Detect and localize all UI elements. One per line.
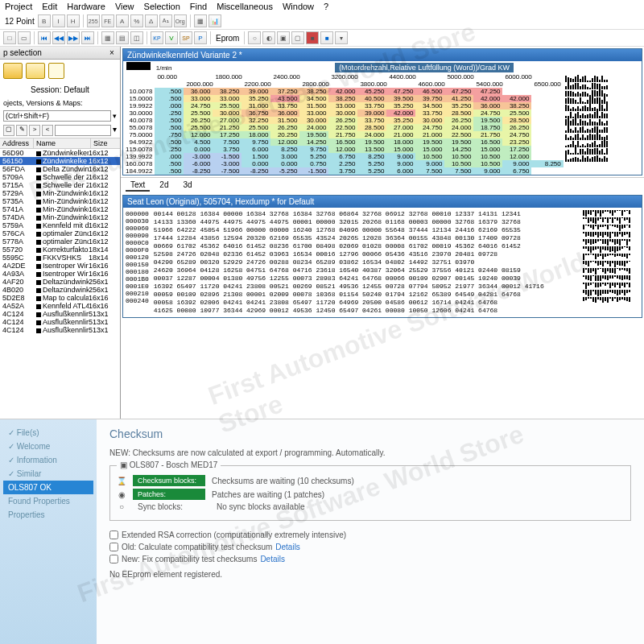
tree-row[interactable]: 56150Zündwinkelke16x12 [0,157,120,165]
tree-row[interactable]: 4A52AKennfeld ATL416x16 [0,302,120,310]
tb-c5[interactable]: ■ [306,31,319,44]
tb-kp[interactable]: KP [151,31,163,44]
tree-row[interactable]: 5595CFKKVSHKS18x14 [0,254,120,262]
panel-close[interactable]: × [107,48,117,57]
tree-row[interactable]: 574DAMin-Zündwinke16x12 [0,213,120,221]
details-link[interactable]: Details [260,555,285,564]
tb-c7[interactable]: ▾ [335,31,348,44]
tb-c4[interactable]: ▢ [291,31,304,44]
tb-next[interactable]: ▶▶ [67,31,80,44]
menu-miscellaneous[interactable]: Miscellaneous [217,2,273,11]
tb-h[interactable]: H [67,14,80,27]
folder-open-icon[interactable] [26,63,45,79]
maps-dropdown[interactable]: (Ctrl+Shift+F) [3,110,111,122]
tree-row[interactable]: 55720Korrekturfakto18x14 [0,246,120,254]
filter-arrow-icon[interactable]: ▾ [113,125,117,136]
tb-c2[interactable]: ◐ [262,31,275,44]
tree-row[interactable]: 4C124Ausflußkennlin513x1 [0,318,120,326]
menu-window[interactable]: Window [283,2,314,11]
tree-row[interactable]: 5709ASchwelle der Z16x12 [0,173,120,181]
tab-text[interactable]: Text [126,180,150,192]
tb-c6[interactable]: ■ [320,31,333,44]
tb-prev[interactable]: ◀◀ [52,31,65,44]
checkbox[interactable] [109,530,118,539]
checkbox[interactable] [109,543,118,551]
nav-file(s)[interactable]: ✓ File(s) [3,426,93,440]
tb-first[interactable]: ⏮ [38,31,51,44]
tb-chart[interactable]: 📊 [208,14,221,27]
checkbox[interactable] [109,555,118,564]
tree-header[interactable]: Address Name Size [0,138,120,149]
tree-row[interactable]: 576CAoptimaler Zünd16x12 [0,229,120,237]
menubar[interactable]: ProjectEditHardwareViewSelectionFindMisc… [0,0,644,13]
checkbox-row[interactable]: Extended RSA correction (computationally… [109,530,631,539]
tb-org[interactable]: Org [174,14,187,27]
tb-delta[interactable]: Δ [145,14,158,27]
folder-icon[interactable] [3,63,23,79]
eprom-label[interactable]: Eprom [216,34,239,43]
tb-p[interactable]: P [194,31,207,44]
nav-properties[interactable]: Properties [3,508,93,522]
filter-square[interactable]: ▢ [3,125,14,136]
tb-a1[interactable]: A₁ [159,14,172,27]
tb-v[interactable]: V [165,31,178,44]
tb-FE[interactable]: FE [101,14,114,27]
nav-found-properties[interactable]: Found Properties [3,494,93,508]
tab-2d[interactable]: 2d [155,180,173,192]
note-icon[interactable] [48,63,64,79]
menu-?[interactable]: ? [324,2,328,11]
filter-pencil[interactable]: ✎ [16,125,27,136]
tree-row[interactable]: 5715ASchwelle der Z16x12 [0,181,120,189]
tree-row[interactable]: 5D2E8Map to calculat16x16 [0,294,120,302]
tb-new[interactable]: □ [3,31,16,44]
tb-A[interactable]: A [116,14,129,27]
menu-project[interactable]: Project [5,2,32,11]
checkbox-row[interactable]: Old: Calculate compatibility test checks… [109,543,631,551]
tree-row[interactable]: 56D90Zündwinkelken16x12 [0,149,120,157]
menu-hardware[interactable]: Hardware [67,2,105,11]
tree-row[interactable]: 4A93AIsentroper Wirl16x16 [0,270,120,278]
nav-information[interactable]: ✓ Information [3,453,93,467]
menu-view[interactable]: View [115,2,134,11]
tb-c3[interactable]: ▣ [277,31,290,44]
tree-row[interactable]: 4C124Ausflußkennlin513x1 [0,310,120,318]
menu-find[interactable]: Find [190,2,207,11]
filter-dropdown[interactable] [55,125,111,136]
nav-ols807-ok[interactable]: OLS807 OK [3,481,93,494]
tb-italic[interactable]: I [52,14,65,27]
tb-t3[interactable]: ◫ [130,31,143,44]
tb-last[interactable]: ⏭ [81,31,94,44]
tb-pct[interactable]: % [130,14,143,27]
menu-selection[interactable]: Selection [144,2,180,11]
tab-3d[interactable]: 3d [178,180,196,192]
tree-row[interactable]: 4B020Deltazündwink256x1 [0,286,120,294]
tb-t1[interactable]: ▦ [101,31,114,44]
point-size[interactable]: 12 Point [5,17,35,26]
tree-row[interactable]: 4A2DEIsentroper Wirl16x16 [0,262,120,270]
tree-row[interactable]: 5735AMin-Zündwinke16x12 [0,197,120,205]
tb-bold[interactable]: B [38,14,51,27]
tb-t2[interactable]: ▤ [116,31,129,44]
filter-lt[interactable]: < [42,125,53,136]
tree-row[interactable]: 4C124Ausflußkennlin513x1 [0,326,120,334]
hex-data[interactable]: 00144 00128 16384 00000 16384 32768 1638… [154,210,583,315]
dropdown-arrow-icon[interactable]: ▾ [113,112,117,120]
data-table[interactable]: 00.0001800.0002400.0003200.0004400.00050… [123,73,564,175]
tree-row[interactable]: 5729AMin-Zündwinke16x12 [0,189,120,197]
tree-row[interactable]: 4AF20Deltazündwink256x1 [0,278,120,286]
tree-row[interactable]: 5778Aoptimaler Zünd16x12 [0,237,120,246]
view-tabs[interactable]: Text2d3d [121,177,644,193]
map-tree[interactable]: 56D90Zündwinkelken16x1256150Zündwinkelke… [0,149,120,334]
checkbox-row[interactable]: New: Fix compatibility test checksumsDet… [109,555,631,564]
nav-welcome[interactable]: ✓ Welcome [3,440,93,453]
menu-edit[interactable]: Edit [42,2,57,11]
nav-similar[interactable]: ✓ Similar [3,467,93,481]
tb-sp[interactable]: SP [180,31,192,44]
tb-open[interactable]: ▭ [18,31,31,44]
filter-gt[interactable]: > [29,125,40,136]
tb-255[interactable]: 255 [87,14,100,27]
checksum-nav[interactable]: ✓ File(s)✓ Welcome✓ Information✓ Similar… [0,419,97,644]
tb-grid[interactable]: ▦ [194,14,207,27]
tb-c1[interactable]: ○ [248,31,261,44]
tree-row[interactable]: 5741AMin-Zündwinke16x12 [0,205,120,213]
